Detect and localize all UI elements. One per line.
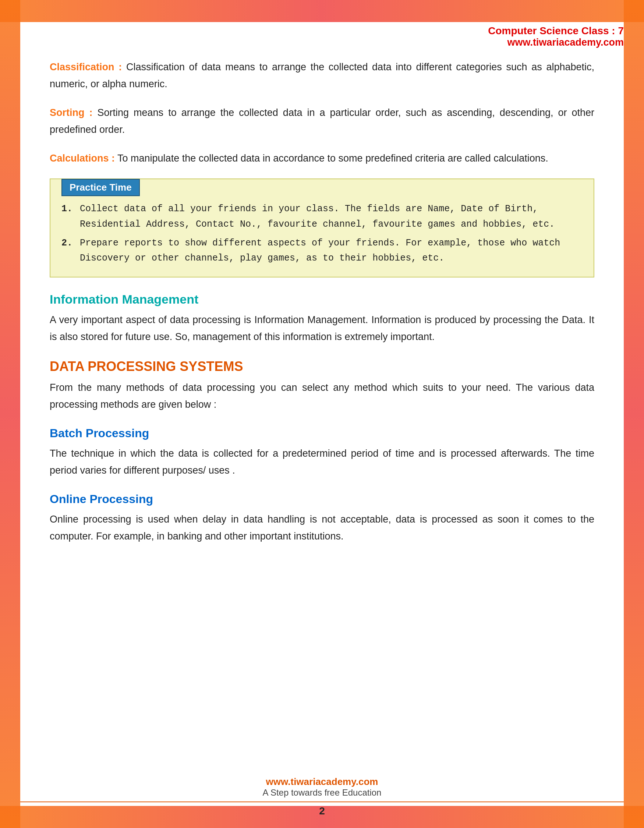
online-processing-heading: Online Processing (50, 492, 594, 506)
classification-block: Classification : Classification of data … (50, 59, 594, 93)
practice-item-2-text: Prepare reports to show different aspect… (80, 235, 583, 266)
practice-list: 1. Collect data of all your friends in y… (61, 201, 583, 266)
top-border (0, 0, 644, 22)
sorting-text: Sorting means to arrange the collected d… (50, 107, 594, 135)
footer-tagline: A Step towards free Education (20, 787, 624, 798)
content-area: Computer Science Class : 7 www.tiwariaca… (20, 22, 624, 806)
calculations-block: Calculations : To manipulate the collect… (50, 150, 594, 167)
information-management-text: A very important aspect of data processi… (50, 312, 594, 345)
batch-processing-block: Batch Processing The technique in which … (50, 427, 594, 479)
main-content: Classification : Classification of data … (50, 59, 594, 545)
practice-item-1-text: Collect data of all your friends in your… (80, 201, 583, 232)
right-border (624, 0, 644, 828)
information-management-heading: Information Management (50, 292, 594, 307)
practice-item-2-num: 2. (61, 235, 72, 266)
batch-processing-text: The technique in which the data is colle… (50, 445, 594, 479)
classification-text: Classification of data means to arrange … (50, 61, 594, 89)
footer-page: 2 (319, 805, 325, 817)
data-processing-systems-text: From the many methods of data processing… (50, 380, 594, 413)
sorting-block: Sorting : Sorting means to arrange the c… (50, 105, 594, 138)
header-website: www.tiwariacademy.com (488, 37, 624, 48)
footer: www.tiwariacademy.com A Step towards fre… (20, 776, 624, 817)
online-processing-text: Online processing is used when delay in … (50, 511, 594, 545)
practice-title: Practice Time (61, 179, 140, 196)
practice-box: Practice Time 1. Collect data of all you… (50, 179, 594, 278)
class-label: Computer Science Class : 7 (488, 25, 624, 37)
data-processing-systems-block: DATA PROCESSING SYSTEMS From the many me… (50, 359, 594, 413)
practice-item-1-num: 1. (61, 201, 72, 232)
batch-processing-heading: Batch Processing (50, 427, 594, 440)
online-processing-block: Online Processing Online processing is u… (50, 492, 594, 545)
practice-item-2: 2. Prepare reports to show different asp… (61, 235, 583, 266)
header-block: Computer Science Class : 7 www.tiwariaca… (488, 22, 624, 51)
calculations-text: To manipulate the collected data in acco… (118, 153, 548, 164)
calculations-term: Calculations : (50, 153, 115, 164)
information-management-block: Information Management A very important … (50, 292, 594, 345)
classification-term: Classification : (50, 61, 122, 72)
left-border (0, 0, 20, 828)
practice-item-1: 1. Collect data of all your friends in y… (61, 201, 583, 232)
footer-divider (20, 801, 624, 802)
data-processing-systems-heading: DATA PROCESSING SYSTEMS (50, 359, 594, 374)
sorting-term: Sorting : (50, 107, 93, 118)
footer-website: www.tiwariacademy.com (20, 776, 624, 787)
